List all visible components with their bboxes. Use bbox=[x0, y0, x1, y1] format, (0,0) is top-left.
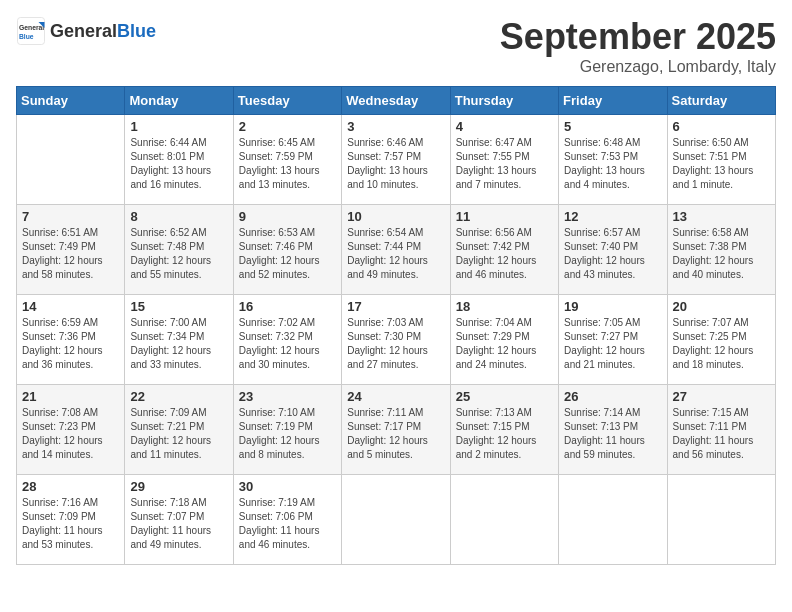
weekday-header-friday: Friday bbox=[559, 87, 667, 115]
calendar-cell: 21Sunrise: 7:08 AMSunset: 7:23 PMDayligh… bbox=[17, 385, 125, 475]
day-info: Sunrise: 6:58 AMSunset: 7:38 PMDaylight:… bbox=[673, 226, 770, 282]
day-info: Sunrise: 7:04 AMSunset: 7:29 PMDaylight:… bbox=[456, 316, 553, 372]
day-info: Sunrise: 6:44 AMSunset: 8:01 PMDaylight:… bbox=[130, 136, 227, 192]
logo-general: General bbox=[50, 21, 117, 42]
calendar-cell: 6Sunrise: 6:50 AMSunset: 7:51 PMDaylight… bbox=[667, 115, 775, 205]
weekday-header-saturday: Saturday bbox=[667, 87, 775, 115]
day-info: Sunrise: 7:19 AMSunset: 7:06 PMDaylight:… bbox=[239, 496, 336, 552]
calendar-cell: 12Sunrise: 6:57 AMSunset: 7:40 PMDayligh… bbox=[559, 205, 667, 295]
month-title: September 2025 bbox=[500, 16, 776, 58]
day-info: Sunrise: 7:18 AMSunset: 7:07 PMDaylight:… bbox=[130, 496, 227, 552]
calendar-cell: 26Sunrise: 7:14 AMSunset: 7:13 PMDayligh… bbox=[559, 385, 667, 475]
day-number: 14 bbox=[22, 299, 119, 314]
svg-text:General: General bbox=[19, 24, 44, 31]
day-info: Sunrise: 7:00 AMSunset: 7:34 PMDaylight:… bbox=[130, 316, 227, 372]
day-number: 15 bbox=[130, 299, 227, 314]
day-number: 12 bbox=[564, 209, 661, 224]
day-info: Sunrise: 7:08 AMSunset: 7:23 PMDaylight:… bbox=[22, 406, 119, 462]
day-number: 11 bbox=[456, 209, 553, 224]
calendar-cell: 25Sunrise: 7:13 AMSunset: 7:15 PMDayligh… bbox=[450, 385, 558, 475]
day-number: 7 bbox=[22, 209, 119, 224]
calendar-cell: 24Sunrise: 7:11 AMSunset: 7:17 PMDayligh… bbox=[342, 385, 450, 475]
calendar-cell: 18Sunrise: 7:04 AMSunset: 7:29 PMDayligh… bbox=[450, 295, 558, 385]
calendar-cell: 23Sunrise: 7:10 AMSunset: 7:19 PMDayligh… bbox=[233, 385, 341, 475]
calendar-cell: 1Sunrise: 6:44 AMSunset: 8:01 PMDaylight… bbox=[125, 115, 233, 205]
day-info: Sunrise: 7:05 AMSunset: 7:27 PMDaylight:… bbox=[564, 316, 661, 372]
day-info: Sunrise: 7:14 AMSunset: 7:13 PMDaylight:… bbox=[564, 406, 661, 462]
calendar-cell: 27Sunrise: 7:15 AMSunset: 7:11 PMDayligh… bbox=[667, 385, 775, 475]
day-info: Sunrise: 6:52 AMSunset: 7:48 PMDaylight:… bbox=[130, 226, 227, 282]
svg-rect-0 bbox=[18, 18, 45, 45]
calendar-cell: 14Sunrise: 6:59 AMSunset: 7:36 PMDayligh… bbox=[17, 295, 125, 385]
day-number: 5 bbox=[564, 119, 661, 134]
calendar-cell: 29Sunrise: 7:18 AMSunset: 7:07 PMDayligh… bbox=[125, 475, 233, 565]
calendar-week-row: 21Sunrise: 7:08 AMSunset: 7:23 PMDayligh… bbox=[17, 385, 776, 475]
logo-icon: General Blue bbox=[16, 16, 46, 46]
calendar-cell: 22Sunrise: 7:09 AMSunset: 7:21 PMDayligh… bbox=[125, 385, 233, 475]
day-info: Sunrise: 6:46 AMSunset: 7:57 PMDaylight:… bbox=[347, 136, 444, 192]
calendar-week-row: 28Sunrise: 7:16 AMSunset: 7:09 PMDayligh… bbox=[17, 475, 776, 565]
day-number: 21 bbox=[22, 389, 119, 404]
day-info: Sunrise: 6:59 AMSunset: 7:36 PMDaylight:… bbox=[22, 316, 119, 372]
calendar-cell: 16Sunrise: 7:02 AMSunset: 7:32 PMDayligh… bbox=[233, 295, 341, 385]
logo-blue: Blue bbox=[117, 21, 156, 42]
day-number: 3 bbox=[347, 119, 444, 134]
weekday-header-monday: Monday bbox=[125, 87, 233, 115]
day-number: 4 bbox=[456, 119, 553, 134]
calendar-week-row: 14Sunrise: 6:59 AMSunset: 7:36 PMDayligh… bbox=[17, 295, 776, 385]
day-info: Sunrise: 6:48 AMSunset: 7:53 PMDaylight:… bbox=[564, 136, 661, 192]
day-info: Sunrise: 6:47 AMSunset: 7:55 PMDaylight:… bbox=[456, 136, 553, 192]
day-info: Sunrise: 6:50 AMSunset: 7:51 PMDaylight:… bbox=[673, 136, 770, 192]
day-number: 17 bbox=[347, 299, 444, 314]
day-number: 30 bbox=[239, 479, 336, 494]
day-info: Sunrise: 6:56 AMSunset: 7:42 PMDaylight:… bbox=[456, 226, 553, 282]
day-info: Sunrise: 6:53 AMSunset: 7:46 PMDaylight:… bbox=[239, 226, 336, 282]
day-number: 13 bbox=[673, 209, 770, 224]
calendar-table: SundayMondayTuesdayWednesdayThursdayFrid… bbox=[16, 86, 776, 565]
day-number: 8 bbox=[130, 209, 227, 224]
day-number: 10 bbox=[347, 209, 444, 224]
calendar-cell: 15Sunrise: 7:00 AMSunset: 7:34 PMDayligh… bbox=[125, 295, 233, 385]
day-number: 20 bbox=[673, 299, 770, 314]
day-number: 28 bbox=[22, 479, 119, 494]
day-info: Sunrise: 6:54 AMSunset: 7:44 PMDaylight:… bbox=[347, 226, 444, 282]
day-number: 9 bbox=[239, 209, 336, 224]
weekday-header-thursday: Thursday bbox=[450, 87, 558, 115]
day-number: 1 bbox=[130, 119, 227, 134]
day-info: Sunrise: 7:15 AMSunset: 7:11 PMDaylight:… bbox=[673, 406, 770, 462]
day-info: Sunrise: 7:11 AMSunset: 7:17 PMDaylight:… bbox=[347, 406, 444, 462]
weekday-header-row: SundayMondayTuesdayWednesdayThursdayFrid… bbox=[17, 87, 776, 115]
day-number: 6 bbox=[673, 119, 770, 134]
day-info: Sunrise: 7:13 AMSunset: 7:15 PMDaylight:… bbox=[456, 406, 553, 462]
calendar-cell bbox=[450, 475, 558, 565]
calendar-cell: 9Sunrise: 6:53 AMSunset: 7:46 PMDaylight… bbox=[233, 205, 341, 295]
day-info: Sunrise: 7:16 AMSunset: 7:09 PMDaylight:… bbox=[22, 496, 119, 552]
calendar-week-row: 1Sunrise: 6:44 AMSunset: 8:01 PMDaylight… bbox=[17, 115, 776, 205]
header: General Blue GeneralBlue September 2025 … bbox=[16, 16, 776, 76]
calendar-cell: 13Sunrise: 6:58 AMSunset: 7:38 PMDayligh… bbox=[667, 205, 775, 295]
calendar-cell bbox=[559, 475, 667, 565]
day-number: 24 bbox=[347, 389, 444, 404]
calendar-week-row: 7Sunrise: 6:51 AMSunset: 7:49 PMDaylight… bbox=[17, 205, 776, 295]
weekday-header-sunday: Sunday bbox=[17, 87, 125, 115]
logo: General Blue GeneralBlue bbox=[16, 16, 156, 46]
day-info: Sunrise: 7:10 AMSunset: 7:19 PMDaylight:… bbox=[239, 406, 336, 462]
day-info: Sunrise: 6:51 AMSunset: 7:49 PMDaylight:… bbox=[22, 226, 119, 282]
day-number: 26 bbox=[564, 389, 661, 404]
day-info: Sunrise: 6:45 AMSunset: 7:59 PMDaylight:… bbox=[239, 136, 336, 192]
calendar-cell: 11Sunrise: 6:56 AMSunset: 7:42 PMDayligh… bbox=[450, 205, 558, 295]
day-number: 29 bbox=[130, 479, 227, 494]
calendar-cell: 19Sunrise: 7:05 AMSunset: 7:27 PMDayligh… bbox=[559, 295, 667, 385]
calendar-cell: 8Sunrise: 6:52 AMSunset: 7:48 PMDaylight… bbox=[125, 205, 233, 295]
day-number: 16 bbox=[239, 299, 336, 314]
day-number: 23 bbox=[239, 389, 336, 404]
title-section: September 2025 Gerenzago, Lombardy, Ital… bbox=[500, 16, 776, 76]
calendar-cell: 17Sunrise: 7:03 AMSunset: 7:30 PMDayligh… bbox=[342, 295, 450, 385]
day-number: 2 bbox=[239, 119, 336, 134]
weekday-header-tuesday: Tuesday bbox=[233, 87, 341, 115]
day-info: Sunrise: 7:03 AMSunset: 7:30 PMDaylight:… bbox=[347, 316, 444, 372]
calendar-cell: 4Sunrise: 6:47 AMSunset: 7:55 PMDaylight… bbox=[450, 115, 558, 205]
day-info: Sunrise: 6:57 AMSunset: 7:40 PMDaylight:… bbox=[564, 226, 661, 282]
calendar-cell bbox=[342, 475, 450, 565]
weekday-header-wednesday: Wednesday bbox=[342, 87, 450, 115]
